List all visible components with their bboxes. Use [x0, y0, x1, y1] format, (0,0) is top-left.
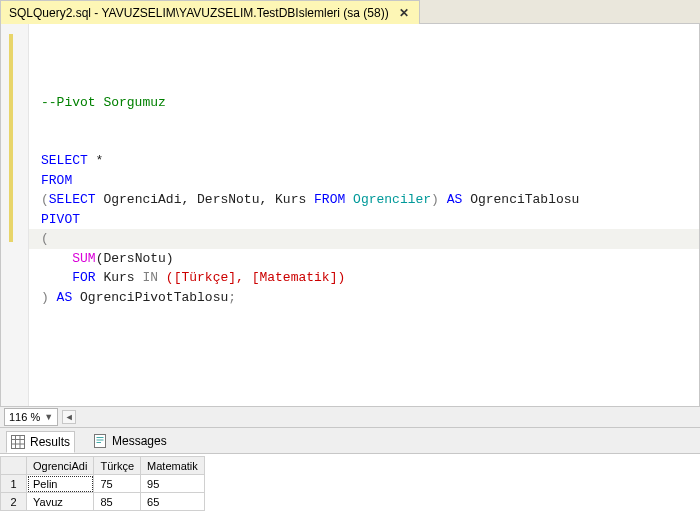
tab-bar: SQLQuery2.sql - YAVUZSELIM\YAVUZSELIM.Te…: [0, 0, 700, 24]
code-content: --Pivot Sorgumuz SELECT * FROM (SELECT O…: [41, 93, 687, 308]
svg-rect-5: [95, 434, 106, 447]
kw-from: FROM: [314, 192, 345, 207]
document-icon: [93, 434, 107, 448]
cell[interactable]: Pelin: [27, 475, 94, 493]
cell[interactable]: Yavuz: [27, 493, 94, 511]
document-tab[interactable]: SQLQuery2.sql - YAVUZSELIM\YAVUZSELIM.Te…: [0, 0, 420, 24]
kw-pivot: PIVOT: [41, 212, 80, 227]
results-grid-wrap: OgrenciAdi Türkçe Matematik 1 Pelin 75 9…: [0, 454, 700, 513]
results-tab-bar: Results Messages: [0, 428, 700, 454]
zoom-dropdown[interactable]: 116 % ▼: [4, 408, 58, 426]
col-header[interactable]: Matematik: [141, 457, 205, 475]
kw-select: SELECT: [49, 192, 96, 207]
zoom-value: 116 %: [9, 411, 40, 423]
results-grid[interactable]: OgrenciAdi Türkçe Matematik 1 Pelin 75 9…: [0, 456, 205, 511]
change-marker: [9, 34, 13, 242]
cell[interactable]: 85: [94, 493, 141, 511]
header-row: OgrenciAdi Türkçe Matematik: [1, 457, 205, 475]
sql-editor[interactable]: --Pivot Sorgumuz SELECT * FROM (SELECT O…: [0, 24, 700, 406]
cell[interactable]: 95: [141, 475, 205, 493]
tab-results[interactable]: Results: [6, 431, 75, 453]
tab-title: SQLQuery2.sql - YAVUZSELIM\YAVUZSELIM.Te…: [9, 6, 389, 20]
editor-gutter: [1, 24, 29, 406]
zoom-bar: 116 % ▼ ◄: [0, 406, 700, 428]
table-row[interactable]: 1 Pelin 75 95: [1, 475, 205, 493]
tab-results-label: Results: [30, 435, 70, 449]
cell[interactable]: 65: [141, 493, 205, 511]
table-row[interactable]: 2 Yavuz 85 65: [1, 493, 205, 511]
kw-as: AS: [49, 290, 80, 305]
col-header[interactable]: OgrenciAdi: [27, 457, 94, 475]
row-number[interactable]: 1: [1, 475, 27, 493]
kw-for: FOR: [72, 270, 95, 285]
close-icon[interactable]: ✕: [397, 6, 411, 20]
fn-sum: SUM: [72, 251, 95, 266]
scroll-left-button[interactable]: ◄: [62, 410, 76, 424]
kw-from: FROM: [41, 173, 72, 188]
kw-in: IN: [142, 270, 158, 285]
row-number[interactable]: 2: [1, 493, 27, 511]
tab-messages-label: Messages: [112, 434, 167, 448]
sql-comment: --Pivot Sorgumuz: [41, 95, 166, 110]
cell[interactable]: 75: [94, 475, 141, 493]
tab-messages[interactable]: Messages: [89, 431, 171, 451]
col-header[interactable]: Türkçe: [94, 457, 141, 475]
chevron-down-icon: ▼: [44, 412, 53, 422]
grid-icon: [11, 435, 25, 449]
svg-rect-0: [12, 435, 25, 448]
code-area[interactable]: --Pivot Sorgumuz SELECT * FROM (SELECT O…: [29, 24, 699, 406]
grid-corner[interactable]: [1, 457, 27, 475]
kw-as: AS: [439, 192, 470, 207]
kw-select: SELECT: [41, 153, 88, 168]
